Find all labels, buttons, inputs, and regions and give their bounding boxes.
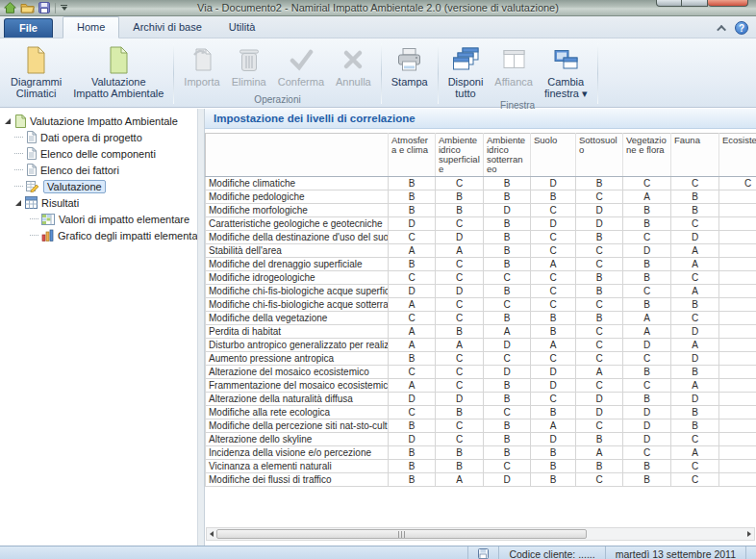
correlation-cell[interactable]: B	[531, 312, 576, 325]
correlation-cell[interactable]: A	[576, 366, 623, 379]
correlation-cell[interactable]: C	[576, 419, 623, 433]
correlation-cell[interactable]: C	[531, 244, 576, 258]
correlation-cell[interactable]: C	[436, 352, 484, 366]
tab-home[interactable]: Home	[63, 16, 119, 38]
disponi-tutto-button[interactable]: Disponi tutto	[442, 40, 490, 99]
correlation-cell[interactable]: C	[576, 244, 623, 258]
correlation-cell[interactable]: D	[436, 285, 484, 298]
tab-file[interactable]: File	[4, 18, 53, 38]
correlation-cell[interactable]: A	[671, 258, 719, 271]
tree-item-valutazione[interactable]: Valutazione	[0, 178, 197, 194]
correlation-cell[interactable]: D	[671, 231, 719, 244]
correlation-cell[interactable]: B	[531, 473, 576, 487]
correlation-cell[interactable]: C	[484, 460, 531, 473]
correlation-cell[interactable]: C	[576, 298, 623, 312]
correlation-cell[interactable]: B	[389, 191, 436, 204]
correlation-cell[interactable]: A	[389, 339, 436, 352]
correlation-cell[interactable]: C	[531, 393, 576, 406]
correlation-cell[interactable]: C	[436, 419, 484, 433]
correlation-cell[interactable]: C	[671, 271, 719, 285]
correlation-cell[interactable]: B	[389, 352, 436, 366]
scrollbar-thumb[interactable]	[216, 529, 587, 539]
correlation-cell[interactable]: B	[436, 204, 484, 217]
correlation-cell[interactable]: A	[671, 379, 719, 393]
correlation-cell[interactable]: C	[484, 298, 531, 312]
correlation-cell[interactable]	[719, 419, 756, 433]
correlation-cell[interactable]: C	[531, 204, 576, 217]
correlation-cell[interactable]	[719, 271, 756, 285]
correlation-cell[interactable]: B	[484, 393, 531, 406]
correlation-cell[interactable]: B	[623, 393, 671, 406]
correlation-cell[interactable]: A	[389, 379, 436, 393]
correlation-cell[interactable]: C	[576, 352, 623, 366]
expand-arrow-icon[interactable]	[5, 118, 11, 124]
correlation-cell[interactable]: C	[531, 298, 576, 312]
correlation-cell[interactable]: C	[671, 433, 719, 446]
correlation-cell[interactable]: D	[623, 433, 671, 446]
correlation-cell[interactable]: B	[484, 433, 531, 446]
correlation-cell[interactable]: B	[389, 204, 436, 217]
correlation-cell[interactable]: B	[623, 217, 671, 231]
correlation-cell[interactable]: D	[576, 393, 623, 406]
correlation-cell[interactable]: C	[576, 325, 623, 339]
correlation-cell[interactable]: B	[531, 460, 576, 473]
correlation-cell[interactable]: B	[484, 285, 531, 298]
correlation-cell[interactable]: C	[671, 177, 719, 191]
correlation-cell[interactable]: D	[484, 473, 531, 487]
correlation-cell[interactable]: C	[484, 271, 531, 285]
correlation-cell[interactable]: D	[389, 393, 436, 406]
correlation-cell[interactable]	[719, 258, 756, 271]
correlation-cell[interactable]: B	[436, 406, 484, 419]
correlation-cell[interactable]: D	[576, 204, 623, 217]
expand-arrow-icon[interactable]	[15, 200, 21, 206]
correlation-cell[interactable]: D	[484, 366, 531, 379]
correlation-cell[interactable]: C	[576, 339, 623, 352]
correlation-cell[interactable]: B	[484, 379, 531, 393]
correlation-cell[interactable]: B	[436, 460, 484, 473]
correlation-cell[interactable]	[719, 393, 756, 406]
tree-item-grafico-degli-impatti-elementari[interactable]: Grafico degli impatti elementari	[0, 227, 197, 243]
correlation-cell[interactable]: B	[623, 460, 671, 473]
correlation-cell[interactable]	[719, 285, 756, 298]
correlation-cell[interactable]	[719, 204, 756, 217]
correlation-cell[interactable]: A	[484, 325, 531, 339]
correlation-cell[interactable]: B	[576, 460, 623, 473]
correlation-cell[interactable]: B	[531, 325, 576, 339]
correlation-cell[interactable]	[719, 231, 756, 244]
correlation-cell[interactable]	[719, 352, 756, 366]
correlation-cell[interactable]: B	[389, 258, 436, 271]
correlation-cell[interactable]: A	[389, 244, 436, 258]
correlation-cell[interactable]: C	[719, 177, 756, 191]
correlation-cell[interactable]: A	[531, 258, 576, 271]
correlation-cell[interactable]	[719, 191, 756, 204]
correlation-cell[interactable]: D	[623, 406, 671, 419]
cambia-finestra-button[interactable]: Cambia finestra ▾	[539, 40, 593, 99]
correlation-cell[interactable]: C	[623, 285, 671, 298]
diagrammi-climatici-button[interactable]: Diagrammi Climatici	[5, 40, 67, 99]
correlation-cell[interactable]	[719, 473, 756, 487]
correlation-cell[interactable]	[719, 217, 756, 231]
correlation-cell[interactable]: B	[484, 244, 531, 258]
horizontal-scrollbar[interactable]	[206, 527, 755, 541]
correlation-cell[interactable]: D	[623, 339, 671, 352]
correlation-cell[interactable]: A	[436, 473, 484, 487]
correlation-cell[interactable]: C	[484, 352, 531, 366]
tab-utilita[interactable]: Utilità	[215, 17, 269, 38]
scroll-right-arrow-icon[interactable]	[744, 528, 754, 540]
tree-item-dati-opera-di-progetto[interactable]: Dati opera di progetto	[0, 129, 197, 145]
correlation-cell[interactable]: B	[576, 271, 623, 285]
correlation-cell[interactable]: D	[576, 217, 623, 231]
correlation-cell[interactable]: D	[623, 244, 671, 258]
correlation-cell[interactable]: B	[531, 406, 576, 419]
correlation-cell[interactable]	[719, 339, 756, 352]
correlation-cell[interactable]: C	[576, 258, 623, 271]
correlation-cell[interactable]: B	[671, 366, 719, 379]
correlation-cell[interactable]: C	[484, 406, 531, 419]
correlation-cell[interactable]: C	[531, 352, 576, 366]
correlation-cell[interactable]: C	[389, 231, 436, 244]
correlation-cell[interactable]: C	[389, 366, 436, 379]
correlation-cell[interactable]: B	[484, 177, 531, 191]
correlation-cell[interactable]: B	[576, 312, 623, 325]
correlation-cell[interactable]: C	[671, 217, 719, 231]
correlation-cell[interactable]: B	[671, 419, 719, 433]
